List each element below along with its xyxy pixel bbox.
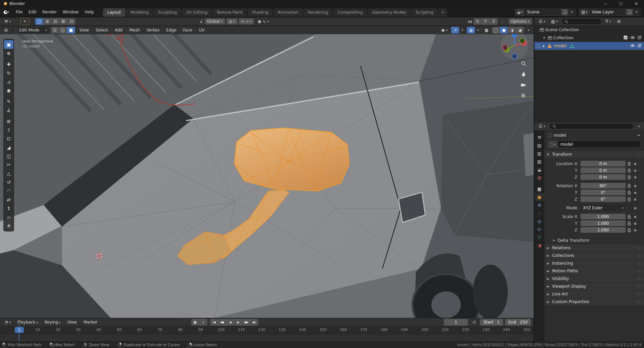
properties-tab-world[interactable]: ◍ — [535, 173, 544, 182]
tool-select-box[interactable]: ▣ — [4, 40, 13, 49]
panel-collections[interactable]: ▶Collections∷∷ — [544, 252, 644, 259]
face-select-button[interactable]: ■ — [67, 27, 75, 33]
drag-grip-icon[interactable]: ∷∷ — [638, 277, 641, 281]
workspace-tab-scripting[interactable]: Scripting — [411, 8, 438, 17]
snap-path-icon[interactable]: ◌ — [499, 18, 507, 25]
tool-edge-slide[interactable]: ⇄ — [4, 195, 13, 204]
wireframe-shading-button[interactable]: ◯ — [492, 27, 500, 33]
field-value[interactable]: 1.000 — [581, 220, 626, 226]
tool-loop-cut[interactable]: ◫ — [4, 152, 13, 160]
properties-tab-physics[interactable]: ◎ — [535, 217, 544, 225]
tool-shrink-fatten[interactable]: ↕ — [4, 204, 13, 213]
workspace-tab-modeling[interactable]: Modeling — [126, 8, 153, 17]
drag-grip-icon[interactable]: ∷∷ — [638, 300, 641, 304]
ruler-frame-170[interactable]: 170 — [360, 328, 367, 332]
workspace-tab-layout[interactable]: Layout — [103, 8, 125, 17]
ruler-frame-20[interactable]: 20 — [56, 328, 60, 332]
gizmos-dropdown[interactable]: ▾ — [459, 27, 466, 33]
pivot-point-dropdown[interactable]: ◎▾ — [226, 18, 237, 24]
next-keyframe-button[interactable]: ◆▶ — [242, 319, 250, 326]
expand-arrow-icon[interactable]: ▶ — [541, 45, 546, 48]
ruler-frame-230[interactable]: 230 — [482, 328, 489, 332]
edge-select-button[interactable]: ◫ — [59, 27, 67, 33]
view-layer-name[interactable]: View Layer — [589, 10, 626, 14]
tool-transform[interactable]: ◉ — [4, 86, 13, 95]
properties-tab-particles[interactable]: ∴ — [535, 209, 544, 217]
panel-motion-paths[interactable]: ▶Motion Paths∷∷ — [544, 267, 644, 275]
playhead[interactable]: 1 — [15, 327, 24, 333]
outliner-row-collection[interactable]: ▼ Collection — [534, 34, 644, 42]
current-frame-field[interactable]: 1 — [444, 319, 468, 326]
pan-view-button[interactable] — [520, 70, 527, 78]
animate-decorator[interactable]: ● — [633, 169, 638, 172]
outliner-row-model[interactable]: ⬚ ▶ model — [534, 42, 644, 50]
outliner-row-scene-collection[interactable]: Scene Collection — [534, 26, 644, 34]
drag-grip-icon[interactable]: ∷∷ — [638, 246, 641, 250]
ruler-frame-120[interactable]: 120 — [258, 328, 265, 332]
field-value[interactable]: 90° — [581, 183, 626, 189]
play-button[interactable]: ▶ — [234, 319, 242, 326]
pin-icon[interactable]: ✒ — [637, 133, 641, 138]
panel-viewport-display[interactable]: ▶Viewport Display∷∷ — [544, 282, 644, 290]
tool-settings-editor-icon[interactable]: ⚒▾ — [2, 18, 13, 24]
camera-view-button[interactable] — [520, 81, 527, 88]
animate-decorator[interactable]: ● — [633, 206, 638, 210]
viewport-menu-view[interactable]: View — [76, 27, 92, 33]
select-invert-button[interactable]: ⊠ — [59, 18, 67, 25]
view-layer-icon[interactable]: ▧▾ — [580, 9, 589, 15]
tool-inset-faces[interactable]: ⊡ — [4, 134, 13, 143]
workspace-tab-shading[interactable]: Shading — [248, 8, 273, 17]
vertex-select-button[interactable]: ⊡ — [51, 27, 59, 33]
animate-decorator[interactable]: ● — [633, 228, 638, 232]
zoom-view-button[interactable] — [520, 60, 527, 67]
ruler-frame-60[interactable]: 60 — [137, 328, 142, 332]
ruler-frame-130[interactable]: 130 — [279, 328, 286, 332]
workspace-tab-sculpting[interactable]: Sculpting — [154, 8, 181, 17]
maximize-button[interactable]: ☐ — [613, 0, 629, 7]
field-value[interactable]: 0° — [581, 190, 626, 195]
remove-view-layer-button[interactable]: ✕ — [633, 10, 640, 14]
tool-move[interactable]: ✚ — [4, 60, 13, 69]
timeline-ruler[interactable]: 1 10203040506070809010011012013014015016… — [0, 327, 534, 335]
mirror-axis-x-button[interactable]: X — [474, 18, 482, 25]
mode-dropdown[interactable]: ⬚ Edit Mode ▾ — [11, 27, 50, 33]
timeline-editor-type-button[interactable]: ◔▾ — [2, 319, 13, 325]
options-dropdown[interactable]: Options ▾ — [508, 18, 532, 24]
breadcrumb-object-name[interactable]: model — [553, 133, 566, 138]
object-name-value[interactable]: model — [558, 141, 641, 148]
field-value[interactable]: 0 m — [581, 167, 626, 173]
gizmo-neg-y-axis[interactable] — [520, 39, 525, 44]
panel-custom-properties[interactable]: ▶Custom Properties∷∷ — [544, 298, 644, 305]
drag-grip-icon[interactable]: ∷∷ — [638, 269, 641, 273]
unlink-scene-button[interactable]: ✕ — [568, 10, 576, 14]
far-wheel[interactable] — [473, 265, 508, 318]
drag-grip-icon[interactable]: ∷∷ — [638, 254, 641, 258]
properties-tab-collection[interactable]: ▦ — [535, 185, 544, 193]
timeline-menu-keying[interactable]: Keying ▾ — [42, 319, 64, 326]
properties-editor-type-button[interactable]: ☲▾ — [536, 123, 547, 129]
viewport-menu-select[interactable]: Select — [93, 27, 111, 33]
new-view-layer-button[interactable]: ❏ — [626, 9, 633, 15]
drag-grip-icon[interactable]: ∷∷ — [638, 262, 641, 265]
start-frame-field[interactable]: Start 1 — [480, 319, 503, 326]
viewport-3d[interactable]: ⊞ ⬚ Edit Mode ▾ ⊡◫■ ViewSelectAddMeshVer… — [0, 26, 534, 318]
properties-tab-view-layer[interactable]: ▧ — [535, 157, 544, 165]
properties-tab-material[interactable]: ◑ — [535, 241, 544, 249]
add-workspace-button[interactable]: + — [438, 8, 447, 17]
ruler-frame-110[interactable]: 110 — [238, 328, 245, 332]
panel-visibility[interactable]: ▶Visibility∷∷ — [544, 275, 644, 282]
properties-tab-constraints[interactable]: ⊙ — [535, 225, 544, 233]
outliner-editor-type-button[interactable]: ☰▾ — [536, 18, 547, 24]
lock-toggle[interactable] — [626, 197, 633, 201]
workspace-tab-geometry-nodes[interactable]: Geometry Nodes — [368, 8, 411, 17]
ruler-frame-50[interactable]: 50 — [117, 328, 121, 332]
menu-edit[interactable]: Edit — [25, 9, 39, 15]
end-frame-field[interactable]: End 250 — [505, 319, 531, 326]
keying-set-dropdown[interactable]: ▾ — [199, 319, 207, 326]
ruler-frame-150[interactable]: 150 — [319, 328, 326, 332]
tool-cursor[interactable]: ⊕ — [4, 49, 13, 58]
prev-keyframe-button[interactable]: ◀◆ — [218, 319, 226, 326]
tool-annotate[interactable]: ✎ — [4, 97, 13, 106]
ruler-frame-90[interactable]: 90 — [198, 328, 203, 332]
ruler-frame-140[interactable]: 140 — [299, 328, 306, 332]
